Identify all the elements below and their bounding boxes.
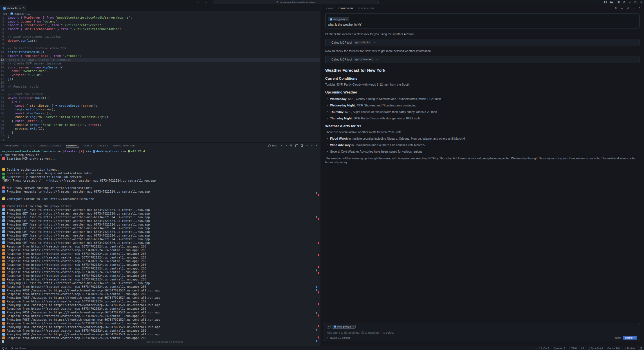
breadcrumb-folder[interactable]: src — [3, 12, 7, 15]
minimize-button[interactable]: – — [629, 0, 630, 5]
expand-chevron-icon[interactable]: › — [328, 41, 329, 44]
panel-tab-debug-console[interactable]: DEBUG CONSOLE — [36, 143, 64, 148]
terminal-line — [2, 160, 316, 164]
terminal-dropdown-icon[interactable]: ∨ — [286, 143, 287, 148]
remove-chip-icon[interactable]: × — [353, 326, 354, 328]
breadcrumb-file[interactable]: index.ts — [14, 12, 24, 15]
expand-chevron-icon[interactable]: › — [328, 58, 329, 61]
composer-input-box[interactable]: + TS mcp_proxy.ts × Ask agent to do anyt… — [324, 323, 640, 341]
status-item-spaces-2[interactable]: Spaces: 2 — [554, 347, 565, 350]
terminal-line: Response from https://freetech-weather-m… — [2, 307, 316, 311]
overview-ruler-mark — [318, 266, 319, 268]
terminal[interactable]: mcp-sse-authenticated-cloud-run on maste… — [0, 150, 316, 346]
overview-ruler-mark — [316, 286, 317, 288]
notifications-bell-icon[interactable] — [640, 347, 642, 349]
terminal-line: Response from https://freetech-weather-m… — [2, 256, 316, 259]
composer-tab-bar: CHATCOMPOSERBUG FINDER ⚙ ＋ ↺ ⋯ ✕ — [321, 5, 644, 12]
bullet-icon: • — [327, 97, 328, 101]
submit-button[interactable]: submit ⏎ — [623, 336, 637, 340]
code-line: 32} — [0, 134, 320, 138]
proxy-icon — [2, 223, 5, 226]
code-line: 23 try { — [0, 100, 320, 104]
composer-tab-bug-finder[interactable]: BUG FINDER — [355, 5, 376, 12]
terminal-line: Proxying requests to https://freetech-we… — [2, 190, 316, 193]
pin-icon[interactable] — [23, 7, 24, 9]
inbox-icon — [2, 249, 5, 251]
user-message[interactable]: TS mcp_proxy.ts what is the weather in N… — [325, 14, 639, 28]
code-line: 20 — [0, 88, 320, 92]
inbox-icon — [2, 322, 5, 325]
code-line: 15 name: "weather-mcp", — [0, 69, 320, 73]
toggle-panel-icon[interactable] — [610, 1, 613, 3]
code-editor[interactable]: 1import { McpServer } from "@modelcontex… — [0, 16, 320, 142]
panel-tab-gitlens[interactable]: GITLENS — [95, 143, 110, 148]
panel-tab-terminal[interactable]: TERMINAL — [64, 143, 81, 148]
code-line: 1import { McpServer } from "@modelcontex… — [0, 16, 320, 20]
close-composer-icon[interactable]: ✕ — [638, 6, 641, 10]
close-button[interactable]: ✕ — [640, 0, 642, 5]
terminal-line: Response from https://freetech-weather-m… — [2, 336, 316, 340]
composer-tab-composer[interactable]: COMPOSER — [336, 5, 355, 12]
terminal-line: Response from https://freetech-weather-m… — [2, 263, 316, 267]
context-file-chip[interactable]: TS mcp_proxy.ts — [328, 17, 349, 21]
mcp-tool-call[interactable]: ›Called MCP toolget_alerts✓ — [325, 39, 639, 46]
status-item-lf[interactable]: LF — [581, 347, 584, 350]
terminal-line: Response from https://freetech-weather-m… — [2, 300, 316, 303]
mcp-tool-call[interactable]: ›Called MCP toolget_forecast✓ — [325, 56, 639, 63]
assistant-text: Now I'll check the forecast for New York… — [325, 49, 639, 53]
breadcrumb[interactable]: src › TS index.ts › … — [0, 11, 320, 16]
code-line: 3import { createServer } from "./utils/c… — [0, 23, 320, 27]
new-terminal-icon[interactable]: ＋ — [280, 143, 283, 148]
close-panel-icon[interactable]: ✕ — [316, 143, 318, 148]
composer-placeholder[interactable]: Ask agent to do anything, @ to mention, … — [327, 331, 637, 334]
toggle-sidebar-icon[interactable] — [604, 1, 607, 3]
panel-tab-ports[interactable]: PORTS — [81, 143, 95, 148]
composer-tab-chat[interactable]: CHAT — [324, 5, 336, 12]
panel-tab-problems[interactable]: PROBLEMS — [2, 143, 21, 148]
terminal-profile-label[interactable]: npm — [272, 144, 277, 147]
code-line: 17}); — [0, 77, 320, 81]
status-item-prettier[interactable]: ✓ Prettier — [624, 347, 635, 350]
command-center-search[interactable]: mcp-sse-authenticated-cloud-run — [213, 1, 379, 4]
context-file-chip[interactable]: TS mcp_proxy.ts × — [332, 325, 356, 329]
more-actions-icon[interactable]: ⋯ — [306, 143, 308, 148]
markdown-heading: Current Conditions — [325, 77, 639, 81]
panel-tab-serial-monitor[interactable]: SERIAL MONITOR — [110, 143, 137, 148]
back-icon[interactable]: ← — [197, 0, 200, 3]
add-context-button[interactable]: + — [327, 325, 331, 329]
remote-count: 0 — [5, 347, 7, 350]
terminal-settings-icon[interactable]: ⚙ — [290, 143, 293, 148]
settings-gear-icon[interactable]: ⚙ — [623, 0, 625, 5]
status-item-utf-8[interactable]: UTF-8 — [569, 347, 577, 350]
terminal-line: Proxying GET /sse to https://freetech-we… — [2, 219, 316, 223]
proxy-icon — [2, 230, 5, 233]
kill-terminal-icon[interactable] — [301, 144, 303, 147]
overview-ruler-mark — [316, 312, 317, 314]
success-check-icon: ✓ — [376, 58, 379, 61]
inbox-icon — [2, 293, 5, 295]
terminal-line: Response from https://freetech-weather-m… — [2, 292, 316, 296]
maximize-button[interactable]: ▢ — [634, 0, 637, 5]
status-item-cursor-tab[interactable]: Cursor Tab — [607, 347, 620, 350]
agent-mode-label[interactable]: agent — [615, 336, 621, 339]
breadcrumb-more[interactable]: … — [27, 12, 30, 15]
status-item-ln-12-col-1[interactable]: Ln 12, Col 1 — [536, 347, 549, 350]
overview-ruler-mark — [316, 216, 317, 218]
maximize-panel-icon[interactable]: ∧ — [311, 143, 313, 148]
new-chat-icon[interactable]: ＋ — [620, 6, 623, 10]
rocket-icon — [2, 186, 5, 189]
toggle-secondary-sidebar-icon[interactable] — [617, 1, 620, 3]
live-share-button[interactable]: Live Share — [11, 347, 26, 350]
composer-settings-icon[interactable]: ⚙ — [614, 6, 617, 10]
panel-tab-output[interactable]: OUTPUT — [21, 143, 36, 148]
history-icon[interactable]: ↺ — [627, 6, 629, 10]
terminal-line: [HPM] Proxy created: / -> https://freete… — [2, 179, 316, 182]
remote-indicator[interactable]: 0 — [2, 347, 7, 350]
split-terminal-icon[interactable] — [295, 144, 298, 147]
command-decoration-icon[interactable] — [0, 154, 2, 156]
status-item-typescript[interactable]: {} TypeScript — [589, 347, 603, 350]
more-icon[interactable]: ⋯ — [632, 6, 635, 10]
tab-index-ts[interactable]: TS index.ts U — [0, 5, 28, 11]
forward-icon[interactable]: → — [204, 0, 207, 3]
model-selector[interactable]: ∨ claude-3.7-sonnet — [327, 336, 350, 339]
